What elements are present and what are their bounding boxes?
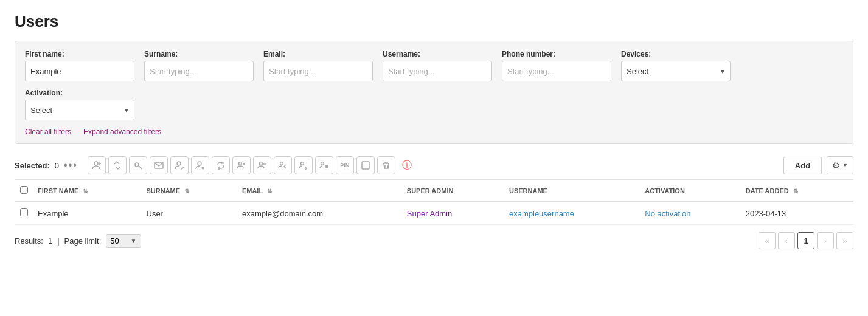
last-page-button[interactable]: » <box>836 232 853 249</box>
col-username: USERNAME <box>504 180 640 202</box>
phone-label: Phone number: <box>502 50 611 58</box>
first-name-label: First name: <box>25 50 134 58</box>
gear-icon: ⚙ <box>832 160 840 170</box>
add-user-icon[interactable] <box>88 156 106 174</box>
svg-point-7 <box>280 162 283 165</box>
transfer-icon[interactable] <box>108 156 127 174</box>
first-name-input[interactable] <box>25 61 134 81</box>
table-body: Example User example@domain.com Super Ad… <box>15 202 853 225</box>
select-all-checkbox[interactable] <box>20 186 28 194</box>
gear-chevron-icon: ▼ <box>842 162 848 168</box>
toolbar-icons: PIN ⓘ <box>88 156 779 174</box>
svg-point-6 <box>259 162 262 165</box>
pagination-bar: Results: 1 | Page limit: 10 25 50 100 « … <box>15 225 853 249</box>
page-limit-select[interactable]: 10 25 50 100 <box>106 234 141 248</box>
gear-settings-button[interactable]: ⚙ ▼ <box>827 156 853 174</box>
group-add-icon[interactable] <box>232 156 251 174</box>
table-row: Example User example@domain.com Super Ad… <box>15 202 853 225</box>
username-label: Username: <box>383 50 492 58</box>
select-all-col <box>15 180 33 202</box>
devices-label: Devices: <box>621 50 731 58</box>
svg-point-4 <box>198 162 201 165</box>
info-icon[interactable]: ⓘ <box>398 156 416 174</box>
username-input[interactable] <box>383 61 492 81</box>
expand-advanced-filters-link[interactable]: Expand advanced filters <box>83 128 161 136</box>
activation-select[interactable]: Select <box>25 100 134 120</box>
pagination-controls: « ‹ 1 › » <box>759 232 853 249</box>
col-date-added: DATE ADDED ⇅ <box>741 180 853 202</box>
row-username: exampleusername <box>504 202 640 225</box>
clear-all-filters-link[interactable]: Clear all filters <box>25 128 71 136</box>
devices-select-wrapper: Select <box>621 61 731 81</box>
key-icon[interactable] <box>129 156 147 174</box>
prev-page-button[interactable]: ‹ <box>778 232 795 249</box>
filter-group-phone: Phone number: <box>502 50 611 81</box>
email-icon[interactable] <box>150 156 168 174</box>
svg-point-0 <box>94 162 98 165</box>
table-header: FIRST NAME ⇅ SURNAME ⇅ EMAIL ⇅ SUPER ADM… <box>15 180 853 202</box>
move-down-icon[interactable] <box>294 156 313 174</box>
col-activation: ACTIVATION <box>640 180 741 202</box>
col-email: EMAIL ⇅ <box>237 180 402 202</box>
filter-row-2: Activation: Select <box>25 89 843 120</box>
person-link-icon[interactable] <box>315 156 333 174</box>
phone-input[interactable] <box>502 61 611 81</box>
group-remove-icon[interactable] <box>253 156 271 174</box>
email-label: Email: <box>263 50 373 58</box>
delete-icon[interactable] <box>377 156 395 174</box>
svg-point-5 <box>238 162 241 165</box>
filter-panel: First name: Surname: Email: Username: Ph… <box>15 41 853 144</box>
sort-firstname-icon[interactable]: ⇅ <box>83 188 88 194</box>
devices-select[interactable]: Select <box>621 61 731 81</box>
surname-input[interactable] <box>144 61 254 81</box>
col-first-name: FIRST NAME ⇅ <box>33 180 142 202</box>
activation-select-wrapper: Select <box>25 100 134 120</box>
toolbar: Selected: 0 ••• <box>15 151 853 180</box>
filter-group-surname: Surname: <box>144 50 254 81</box>
more-options-dots[interactable]: ••• <box>64 160 78 171</box>
sort-date-icon[interactable]: ⇅ <box>793 188 798 194</box>
next-page-button[interactable]: › <box>817 232 834 249</box>
refresh-icon[interactable] <box>212 156 230 174</box>
filter-group-username: Username: <box>383 50 492 81</box>
results-info: Results: 1 | Page limit: 10 25 50 100 <box>15 234 141 248</box>
selected-count: 0 <box>55 161 59 170</box>
sort-email-icon[interactable]: ⇅ <box>267 188 272 194</box>
svg-rect-2 <box>155 162 163 168</box>
first-page-button[interactable]: « <box>759 232 776 249</box>
pin-icon[interactable]: PIN <box>336 156 354 174</box>
page-1-button[interactable]: 1 <box>797 232 814 249</box>
email-input[interactable] <box>263 61 373 81</box>
row-date-added: 2023-04-13 <box>741 202 853 225</box>
col-surname: SURNAME ⇅ <box>142 180 237 202</box>
svg-point-1 <box>135 163 139 167</box>
page-limit-label: Page limit: <box>64 236 102 246</box>
filter-group-devices: Devices: Select <box>621 50 731 81</box>
selected-label: Selected: <box>15 161 50 170</box>
activation-label: Activation: <box>25 89 134 97</box>
results-divider: | <box>57 236 59 246</box>
add-button[interactable]: Add <box>783 157 822 174</box>
svg-rect-10 <box>362 162 369 169</box>
row-checkbox-cell <box>15 202 33 225</box>
row-super-admin: Super Admin <box>402 202 504 225</box>
row-surname: User <box>142 202 237 225</box>
move-up-icon[interactable] <box>274 156 292 174</box>
row-email: example@domain.com <box>237 202 402 225</box>
row-checkbox[interactable] <box>20 208 28 216</box>
svg-point-3 <box>177 162 181 165</box>
filter-row-1: First name: Surname: Email: Username: Ph… <box>25 50 843 81</box>
svg-point-8 <box>300 162 304 165</box>
svg-point-9 <box>321 162 324 165</box>
user-x-icon[interactable] <box>191 156 209 174</box>
filter-actions: Clear all filters Expand advanced filter… <box>25 128 843 136</box>
sort-surname-icon[interactable]: ⇅ <box>184 188 189 194</box>
filter-group-firstname: First name: <box>25 50 134 81</box>
page-limit-select-wrapper: 10 25 50 100 <box>106 234 141 248</box>
surname-label: Surname: <box>144 50 254 58</box>
frame-icon[interactable] <box>356 156 375 174</box>
users-table: FIRST NAME ⇅ SURNAME ⇅ EMAIL ⇅ SUPER ADM… <box>15 180 853 225</box>
user-check-icon[interactable] <box>170 156 189 174</box>
row-activation: No activation <box>640 202 741 225</box>
col-super-admin: SUPER ADMIN <box>402 180 504 202</box>
